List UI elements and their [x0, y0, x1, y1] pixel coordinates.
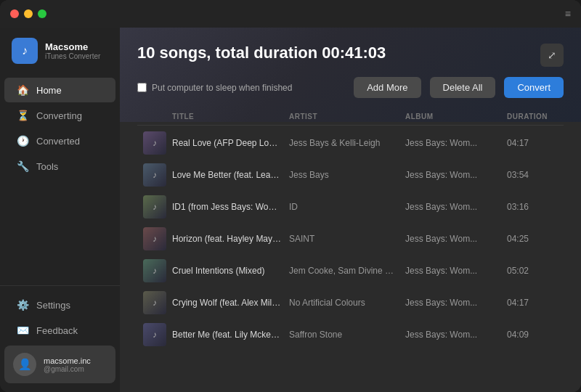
sidebar-item-converted[interactable]: 🕐 Converted [4, 128, 115, 153]
sidebar-bottom: ⚙️ Settings ✉️ Feedback 👤 macsome.inc @g… [0, 285, 120, 392]
export-button[interactable]: ⤢ [540, 44, 564, 67]
sidebar-nav: 🏠 Home ⏳ Converting 🕐 Converted 🔧 Tools [0, 74, 120, 285]
sidebar-item-settings-label: Settings [36, 300, 70, 311]
feedback-icon: ✉️ [16, 324, 29, 336]
converted-icon: 🕐 [16, 135, 29, 147]
menu-icon[interactable]: ≡ [565, 8, 571, 20]
settings-icon: ⚙️ [16, 299, 29, 311]
maximize-button[interactable] [38, 9, 46, 18]
sleep-checkbox-label[interactable]: Put computer to sleep when finished [137, 83, 345, 93]
main-content: 10 songs, total duration 00:41:03 ⤢ Put … [120, 28, 581, 392]
traffic-lights [10, 9, 46, 18]
app-name: Macsome [45, 41, 100, 52]
song-title-0: Real Love (AFP Deep Love Mix) [Mixed] [172, 138, 289, 148]
user-email: @gmail.com [44, 365, 91, 373]
th-duration: DURATION [507, 113, 558, 121]
page-title: 10 songs, total duration 00:41:03 [137, 44, 386, 62]
user-profile[interactable]: 👤 macsome.inc @gmail.com [4, 346, 115, 383]
song-album-0: Jess Bays: Wom... [405, 138, 507, 148]
song-duration-4: 05:02 [507, 266, 558, 276]
table-row[interactable]: ♪ ID1 (from Jess Bays: Women In Good Co.… [137, 191, 564, 223]
add-more-button[interactable]: Add More [354, 77, 420, 98]
song-album-4: Jess Bays: Wom... [405, 266, 507, 276]
song-artist-6: Saffron Stone [289, 330, 405, 340]
song-thumbnail-2: ♪ [143, 195, 166, 219]
table-row[interactable]: ♪ Horizon (feat. Hayley May) [Mixed] SAI… [137, 223, 564, 255]
song-thumbnail-4: ♪ [143, 259, 166, 282]
song-artist-3: SAINT [289, 234, 405, 244]
sidebar-item-feedback[interactable]: ✉️ Feedback [4, 318, 115, 343]
song-thumbnail-1: ♪ [143, 163, 166, 187]
sleep-checkbox-input[interactable] [137, 83, 147, 92]
sidebar-item-settings[interactable]: ⚙️ Settings [4, 293, 115, 317]
th-empty [143, 113, 172, 121]
table-header: TITLE ARTIST ALBUM DURATION [137, 108, 564, 126]
th-title: TITLE [172, 113, 289, 121]
song-title-3: Horizon (feat. Hayley May) [Mixed] [172, 234, 289, 244]
song-album-1: Jess Bays: Wom... [405, 170, 507, 180]
tools-icon: 🔧 [16, 160, 29, 172]
sidebar-item-home[interactable]: 🏠 Home [4, 78, 115, 102]
app-window: ≡ ♪ Macsome iTunes Converter 🏠 Home ⏳ Co… [0, 0, 581, 392]
table-row[interactable]: ♪ Love Me Better (feat. Leah Guest) [Dub… [137, 159, 564, 191]
app-subtitle: iTunes Converter [45, 52, 100, 60]
avatar: 👤 [13, 353, 36, 376]
table-row[interactable]: ♪ Real Love (AFP Deep Love Mix) [Mixed] … [137, 127, 564, 159]
song-title-2: ID1 (from Jess Bays: Women In Good Co... [172, 202, 289, 212]
song-thumb-inner-6: ♪ [143, 323, 166, 346]
home-icon: 🏠 [16, 84, 29, 96]
song-album-2: Jess Bays: Wom... [405, 202, 507, 212]
sidebar-item-home-label: Home [36, 85, 62, 96]
song-duration-2: 03:16 [507, 202, 558, 212]
song-album-5: Jess Bays: Wom... [405, 298, 507, 308]
song-duration-6: 04:09 [507, 330, 558, 340]
converting-icon: ⏳ [16, 110, 29, 121]
sidebar-item-tools[interactable]: 🔧 Tools [4, 154, 115, 179]
song-album-3: Jess Bays: Wom... [405, 234, 507, 244]
song-artist-2: ID [289, 202, 405, 212]
song-thumb-inner-3: ♪ [143, 227, 166, 250]
minimize-button[interactable] [24, 9, 33, 18]
close-button[interactable] [10, 9, 19, 18]
song-artist-1: Jess Bays [289, 170, 405, 180]
songs-list: ♪ Real Love (AFP Deep Love Mix) [Mixed] … [137, 127, 564, 351]
convert-button[interactable]: Convert [504, 77, 564, 98]
song-title-5: Crying Wolf (feat. Alex Mills) [Mixed] [172, 298, 289, 308]
sidebar-item-tools-label: Tools [36, 161, 58, 172]
song-duration-0: 04:17 [507, 138, 558, 148]
song-thumbnail-0: ♪ [143, 131, 166, 155]
song-artist-4: Jem Cooke, Sam Divine & Ha... [289, 266, 405, 276]
song-duration-3: 04:25 [507, 234, 558, 244]
song-thumb-inner-2: ♪ [143, 195, 166, 219]
song-album-6: Jess Bays: Wom... [405, 330, 507, 340]
song-thumb-inner-1: ♪ [143, 163, 166, 187]
logo-icon: ♪ [12, 38, 38, 64]
th-artist: ARTIST [289, 113, 405, 121]
song-thumbnail-5: ♪ [143, 291, 166, 314]
table-row[interactable]: ♪ Crying Wolf (feat. Alex Mills) [Mixed]… [137, 287, 564, 319]
user-info: macsome.inc @gmail.com [44, 356, 91, 373]
sidebar-item-converting[interactable]: ⏳ Converting [4, 103, 115, 128]
sidebar: ♪ Macsome iTunes Converter 🏠 Home ⏳ Conv… [0, 28, 120, 392]
logo-text: Macsome iTunes Converter [45, 41, 100, 60]
delete-all-button[interactable]: Delete All [430, 77, 496, 98]
song-table: TITLE ARTIST ALBUM DURATION ♪ Real Love … [120, 108, 581, 392]
th-album: ALBUM [405, 113, 507, 121]
song-duration-5: 04:17 [507, 298, 558, 308]
table-row[interactable]: ♪ Better Me (feat. Lily Mckenzie) [Mixed… [137, 319, 564, 351]
toolbar: Put computer to sleep when finished Add … [120, 77, 581, 108]
song-thumb-inner-0: ♪ [143, 131, 166, 155]
table-row[interactable]: ♪ Cruel Intentions (Mixed) Jem Cooke, Sa… [137, 255, 564, 287]
song-artist-5: No Artificial Colours [289, 298, 405, 308]
song-title-4: Cruel Intentions (Mixed) [172, 266, 289, 276]
titlebar: ≡ [0, 0, 581, 28]
sidebar-item-feedback-label: Feedback [36, 325, 78, 336]
sleep-label: Put computer to sleep when finished [152, 83, 292, 93]
user-name: macsome.inc [44, 356, 91, 365]
song-title-6: Better Me (feat. Lily Mckenzie) [Mixed] [172, 330, 289, 340]
song-thumb-inner-5: ♪ [143, 291, 166, 314]
song-artist-0: Jess Bays & Kelli-Leigh [289, 138, 405, 148]
song-title-1: Love Me Better (feat. Leah Guest) [Dub M… [172, 170, 289, 180]
song-thumbnail-3: ♪ [143, 227, 166, 250]
content-area: ♪ Macsome iTunes Converter 🏠 Home ⏳ Conv… [0, 28, 581, 392]
